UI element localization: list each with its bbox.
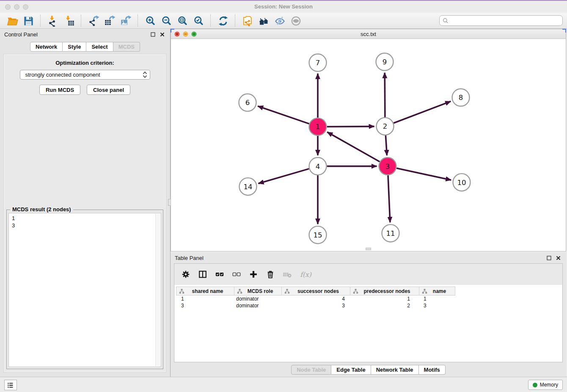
zoom-in-button[interactable] xyxy=(142,14,158,28)
tab-network-table[interactable]: Network Table xyxy=(371,365,419,375)
column-header-shared-name[interactable]: shared name xyxy=(176,287,234,295)
plus-icon xyxy=(249,270,258,279)
zoom-selected-button[interactable] xyxy=(190,14,206,28)
table-row[interactable]: 3dominator323 xyxy=(176,302,562,309)
tab-mcds[interactable]: MCDS xyxy=(113,42,140,52)
close-table-panel-icon[interactable] xyxy=(554,254,562,262)
close-panel-icon[interactable] xyxy=(158,30,166,38)
column-header-successor-nodes[interactable]: successor nodes xyxy=(282,287,350,295)
optimization-criterion-dropdown[interactable]: strongly connected component xyxy=(20,70,150,80)
toolbar-separator xyxy=(138,15,138,27)
column-header-MCDS-role[interactable]: MCDS role xyxy=(234,287,282,295)
float-panel-icon[interactable] xyxy=(149,30,157,38)
graph-node-14[interactable]: 14 xyxy=(239,178,257,195)
graph-node-11[interactable]: 11 xyxy=(382,224,399,242)
close-panel-button[interactable]: Close panel xyxy=(87,85,130,95)
memory-label: Memory xyxy=(540,382,558,388)
graph-node-8[interactable]: 8 xyxy=(452,89,470,106)
show-columns-button[interactable] xyxy=(215,270,224,279)
table-cell[interactable]: 4 xyxy=(282,295,350,302)
checked-boxes-icon xyxy=(215,270,224,279)
org-tree-icon xyxy=(179,289,184,294)
table-row[interactable]: 1dominator411 xyxy=(176,295,562,302)
graph-node-15[interactable]: 15 xyxy=(309,226,327,243)
save-session-button[interactable] xyxy=(20,14,36,28)
import-table-button[interactable] xyxy=(61,14,77,28)
org-tree-icon xyxy=(237,289,242,294)
graph-node-9[interactable]: 9 xyxy=(376,53,394,71)
graph-node-10[interactable]: 10 xyxy=(453,174,471,191)
tab-node-table[interactable]: Node Table xyxy=(291,365,331,375)
table-cell[interactable]: dominator xyxy=(234,295,282,302)
graph-node-1[interactable]: 1 xyxy=(309,118,327,135)
graph-node-7[interactable]: 7 xyxy=(309,54,327,72)
window-title: Session: New Session xyxy=(0,3,567,10)
graph-edge-1-2[interactable] xyxy=(327,127,374,127)
float-table-panel-icon[interactable] xyxy=(545,254,553,262)
canvas-resize-grip[interactable] xyxy=(366,248,371,250)
export-table-button[interactable] xyxy=(102,14,118,28)
svg-text:8: 8 xyxy=(459,94,463,102)
svg-text:9: 9 xyxy=(383,58,387,66)
apply-layout-button[interactable] xyxy=(215,14,231,28)
new-network-from-file-button[interactable] xyxy=(239,14,256,28)
graph-edge-3-1[interactable] xyxy=(327,132,380,162)
memory-button[interactable]: Memory xyxy=(528,380,563,390)
network-graph: 7968124314101511 xyxy=(171,39,566,251)
table-cell[interactable]: 3 xyxy=(176,302,234,309)
graph-edge-3-11[interactable] xyxy=(388,175,390,222)
graph-edge-2-3[interactable] xyxy=(385,135,387,155)
tab-style[interactable]: Style xyxy=(63,42,86,52)
network-canvas[interactable]: 7968124314101511 xyxy=(171,39,566,251)
graph-edge-3-10[interactable] xyxy=(396,168,451,180)
table-cell[interactable]: 1 xyxy=(350,295,419,302)
show-panels-button[interactable] xyxy=(4,380,17,390)
table-cell[interactable]: dominator xyxy=(234,302,282,309)
graph-edge-2-8[interactable] xyxy=(394,101,451,123)
tab-edge-table[interactable]: Edge Table xyxy=(331,365,371,375)
table-cell[interactable]: 2 xyxy=(350,302,419,309)
export-image-icon xyxy=(120,15,132,27)
tab-motifs[interactable]: Motifs xyxy=(419,365,446,375)
mcds-result-scrollbar[interactable] xyxy=(155,214,160,366)
zoom-fit-button[interactable] xyxy=(174,14,190,28)
mcds-result-area: 1 3 xyxy=(8,213,161,367)
mcds-result-title: MCDS result (2 nodes) xyxy=(10,206,73,213)
graph-node-3[interactable]: 3 xyxy=(379,157,396,175)
network-view-window: scc.txt 7968124314101511 xyxy=(171,29,566,251)
table-cell[interactable]: 3 xyxy=(282,302,350,309)
zoom-out-button[interactable] xyxy=(158,14,174,28)
export-image-button[interactable] xyxy=(118,14,134,28)
column-header-predecessor-nodes[interactable]: predecessor nodes xyxy=(350,287,419,295)
table-cell[interactable]: 1 xyxy=(419,295,455,302)
column-header-name[interactable]: name xyxy=(419,287,455,295)
svg-text:14: 14 xyxy=(244,183,253,191)
run-mcds-button[interactable]: Run MCDS xyxy=(39,85,80,95)
graph-edge-4-14[interactable] xyxy=(259,169,309,184)
folder-open-icon xyxy=(7,15,18,27)
hide-network-button[interactable] xyxy=(272,14,288,28)
toggle-panel-split-button[interactable] xyxy=(198,270,207,279)
graph-node-2[interactable]: 2 xyxy=(377,118,394,135)
show-all-networks-button[interactable] xyxy=(256,14,272,28)
graph-node-4[interactable]: 4 xyxy=(309,157,327,175)
tab-select[interactable]: Select xyxy=(86,42,113,52)
table-cell[interactable]: 1 xyxy=(176,295,234,302)
org-tree-icon xyxy=(284,289,290,294)
delete-column-button[interactable] xyxy=(266,270,275,279)
tab-network[interactable]: Network xyxy=(30,42,63,52)
open-session-button[interactable] xyxy=(4,14,20,28)
table-cell[interactable]: 3 xyxy=(419,302,455,309)
export-network-button[interactable] xyxy=(85,14,102,28)
graph-edge-2-9[interactable] xyxy=(385,73,385,117)
toolbar-separator xyxy=(210,15,211,27)
table-settings-button[interactable] xyxy=(181,270,190,279)
graph-edge-1-6[interactable] xyxy=(258,106,309,124)
zoom-fit-icon xyxy=(177,15,188,27)
import-network-button[interactable] xyxy=(45,14,61,28)
hide-columns-button[interactable] xyxy=(232,270,241,279)
search-input[interactable] xyxy=(451,17,560,24)
graph-node-6[interactable]: 6 xyxy=(239,94,256,111)
create-column-button[interactable] xyxy=(249,270,258,279)
search-box[interactable] xyxy=(439,15,563,26)
